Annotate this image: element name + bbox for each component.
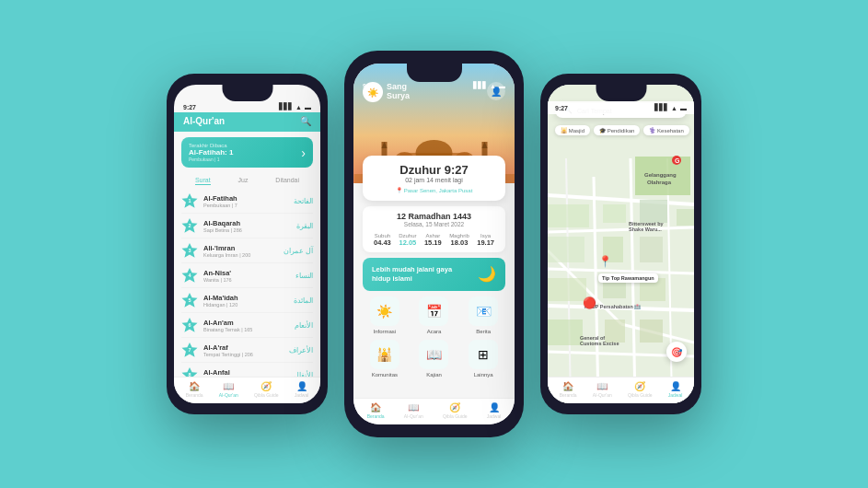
- prayer-card: Dzuhur 9:27 02 jam 14 menit lagi 📍 Pasar…: [363, 156, 505, 201]
- last-read-info: Terakhir Dibaca Al-Fatihah: 1 Pembukaan …: [189, 143, 233, 162]
- bottom-nav-map: 🏠 Beranda 📖 Al-Qur'an 🧭 Qibla Guide 👤 Ja…: [548, 377, 694, 403]
- wifi-icon: ▲: [295, 104, 302, 110]
- list-item[interactable]: 4 An-Nisa' Wanita | 176 النساء: [181, 263, 313, 288]
- time-remaining: 02 jam 14 menit lagi: [372, 177, 496, 183]
- surah-info: An-Nisa' Wanita | 176: [203, 269, 295, 283]
- nav-quran-map[interactable]: 📖 Al-Qur'an: [593, 381, 612, 398]
- menu-informasi[interactable]: ☀️ Informasi: [363, 296, 407, 334]
- list-item[interactable]: 5 Al-Ma'idah Hidangan | 120 المائدة: [181, 288, 313, 313]
- menu-acara[interactable]: 📅 Acara: [412, 296, 457, 334]
- status-bar: 9:27 ▋▋▋ ▲ ▬: [174, 101, 320, 112]
- surah-arabic: المائدة: [294, 296, 313, 305]
- status-icons: ▋▋▋ ▲ ▬: [279, 103, 311, 110]
- nav-qibla[interactable]: 🧭 Qibla Guide: [443, 402, 467, 419]
- nav-qibla[interactable]: 🧭 Qibla Guide: [254, 381, 278, 398]
- tab-surat[interactable]: Surat: [195, 177, 211, 185]
- sangsurya-screen: 9:27 ▋▋▋ ▲ ▬ ☀️ SangSurya 👤: [353, 64, 515, 424]
- surah-list: 1 Al-Fatihah Pembukaan | 7 الفاتحة 2 Al-…: [174, 189, 320, 388]
- nav-label: Jadwal: [668, 392, 683, 398]
- home-icon: 🏠: [560, 381, 577, 391]
- search-icon[interactable]: 🔍: [300, 116, 311, 126]
- filter-masjid[interactable]: 🕌 Masjid: [555, 125, 590, 135]
- list-item[interactable]: 7 Al-A'raf Tempat Tertinggi | 206 الأعرا…: [181, 338, 313, 363]
- svg-rect-28: [640, 237, 663, 262]
- quran-icon: 📖: [404, 402, 423, 412]
- nav-jadwal[interactable]: 👤 Jadwal: [487, 402, 502, 419]
- nav-qibla-map[interactable]: 🧭 Qibla Guide: [628, 381, 652, 398]
- nav-quran[interactable]: 📖 Al-Qur'an: [404, 402, 423, 419]
- status-time: 9:27: [183, 104, 196, 110]
- banner-text: Lebih mudah jalani gaya hidup islami: [372, 265, 464, 284]
- surah-number: 5: [181, 292, 198, 308]
- nav-jadwal[interactable]: 👤 Jadwal: [295, 381, 309, 398]
- nav-beranda[interactable]: 🏠 Beranda: [367, 402, 385, 419]
- tab-juz[interactable]: Juz: [238, 177, 249, 185]
- wifi-icon: ▲: [490, 83, 496, 89]
- list-item[interactable]: 1 Al-Fatihah Pembukaan | 7 الفاتحة: [181, 189, 313, 214]
- map-label-bittersweet: Bittersweet byShake Waru...: [629, 221, 664, 232]
- home-icon: 🏠: [367, 402, 385, 412]
- surah-number: 4: [181, 267, 198, 284]
- last-read-title: Al-Fatihah: 1: [189, 148, 233, 157]
- nav-beranda-map[interactable]: 🏠 Beranda: [560, 381, 577, 398]
- berita-icon: 📧: [469, 296, 498, 326]
- filter-kesehatan[interactable]: ⚕️ Kesehatan: [643, 125, 689, 135]
- filter-pendidikan[interactable]: 🎓 Pendidikan: [594, 125, 640, 135]
- surah-name: Al-Baqarah: [203, 219, 296, 227]
- nav-label: Al-Qur'an: [404, 413, 423, 419]
- phone-sangsurya: 9:27 ▋▋▋ ▲ ▬ ☀️ SangSurya 👤: [344, 51, 524, 437]
- map-pin-rsup: 🔴: [583, 296, 596, 309]
- tip-top-label: Tip Top Rawamangun: [598, 273, 658, 283]
- surah-name: Al-Ma'idah: [203, 294, 294, 302]
- nav-label: Jadwal: [487, 413, 502, 419]
- list-item[interactable]: 3 Ali-'Imran Keluarga Imran | 200 آل عمر…: [181, 238, 313, 263]
- location-button[interactable]: 🎯: [666, 342, 687, 362]
- lainnya-icon: ⊞: [469, 340, 498, 369]
- surah-arabic: البقرة: [296, 222, 313, 230]
- status-bar-center: 9:27 ▋▋▋ ▲ ▬: [353, 80, 515, 91]
- surah-sub: Keluarga Imran | 200: [203, 252, 284, 258]
- qibla-icon: 🧭: [443, 402, 467, 412]
- prayer-ashar: Ashar 15.19: [424, 233, 442, 247]
- quran-header: Al-Qur'an 🔍: [174, 112, 320, 132]
- nav-quran[interactable]: 📖 Al-Qur'an: [219, 381, 238, 398]
- surah-info: Al-Ma'idah Hidangan | 120: [203, 294, 294, 308]
- menu-label-komunitas: Komunitas: [363, 372, 407, 378]
- menu-komunitas[interactable]: 🕌 Komunitas: [363, 340, 407, 378]
- status-time-center: 9:27: [363, 83, 376, 89]
- nav-label-quran: Al-Qur'an: [219, 392, 238, 398]
- svg-text:Gelanggang: Gelanggang: [644, 172, 677, 178]
- menu-kajian[interactable]: 📖 Kajian: [412, 340, 457, 378]
- menu-grid: ☀️ Informasi 📅 Acara 📧 Berita 🕌 Komunita…: [363, 296, 505, 378]
- menu-label-berita: Berita: [461, 329, 505, 334]
- last-read-card[interactable]: Terakhir Dibaca Al-Fatihah: 1 Pembukaan …: [181, 137, 313, 168]
- schedule-icon: 👤: [668, 381, 683, 391]
- nav-beranda[interactable]: 🏠 Beranda: [186, 381, 203, 398]
- schedule-icon: 👤: [487, 402, 502, 412]
- list-item[interactable]: 6 Al-An'am Binatang Ternak | 165 الأنعام: [181, 313, 313, 338]
- nav-label: Beranda: [560, 392, 577, 398]
- qibla-icon: 🧭: [254, 381, 278, 391]
- menu-berita[interactable]: 📧 Berita: [461, 296, 505, 334]
- status-bar-map: 9:27 ▋▋▋ ▲ ▬: [548, 101, 694, 114]
- quran-screen: 9:27 ▋▋▋ ▲ ▬ Al-Qur'an 🔍 Terakhir Dibaca…: [174, 85, 320, 403]
- signal-icon: ▋▋▋: [654, 104, 668, 111]
- nav-jadwal-map[interactable]: 👤 Jadwal: [668, 381, 683, 398]
- schedule-icon: 👤: [295, 381, 309, 391]
- menu-lainnya[interactable]: ⊞ Lainnya: [461, 340, 505, 378]
- svg-rect-29: [548, 278, 586, 301]
- quran-icon: 📖: [593, 381, 612, 391]
- map-screen: Gelanggang Olahraga G Bittersweet byShak…: [548, 85, 694, 403]
- prayer-dzuhur: Dzuhur 12.05: [399, 233, 416, 247]
- list-item[interactable]: 2 Al-Baqarah Sapi Betina | 286 البقرة: [181, 214, 313, 238]
- nav-label-jadwal: Jadwal: [295, 392, 309, 398]
- surah-number: 6: [181, 317, 198, 333]
- lifestyle-banner[interactable]: Lebih mudah jalani gaya hidup islami 🌙: [363, 258, 505, 291]
- surah-number: 2: [181, 217, 198, 234]
- svg-rect-23: [603, 204, 626, 223]
- tab-ditandai[interactable]: Ditandai: [275, 177, 299, 185]
- surah-info: Ali-'Imran Keluarga Imran | 200: [203, 244, 284, 258]
- prayer-location: 📍 Pasar Senen, Jakarta Pusat: [372, 187, 496, 193]
- svg-rect-34: [640, 320, 663, 343]
- surah-arabic: النساء: [295, 272, 313, 280]
